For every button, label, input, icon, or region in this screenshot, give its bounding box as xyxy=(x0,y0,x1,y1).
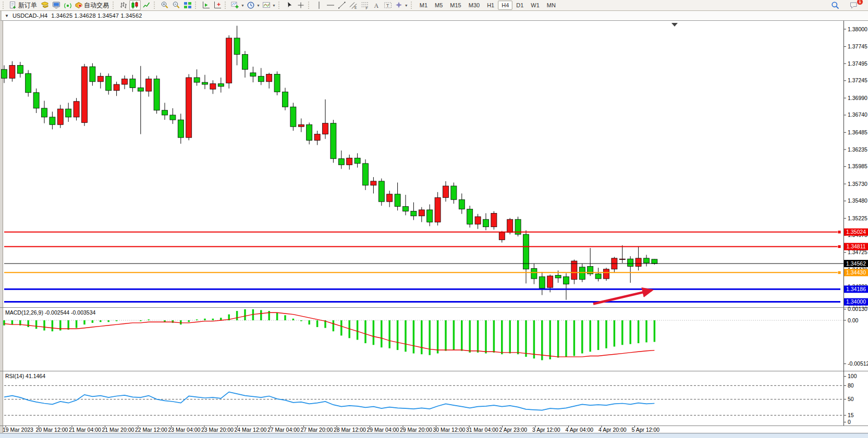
mt4-terminal: 新订单自动交易▼▼▼EFAT▼M1M5M15M30H1H4D1W1MN1 ▼ U… xyxy=(0,0,868,438)
candle-body xyxy=(491,213,497,227)
timeframe-m30-button[interactable]: M30 xyxy=(465,1,483,10)
notifications-button[interactable]: 1 xyxy=(848,0,860,10)
time-tick-label: 30 Mar 12:00 xyxy=(433,427,466,433)
chart-canvas[interactable]: MACD(12,26,9) -0.002544 -0.003534RSI(14)… xyxy=(0,21,868,433)
svg-text:T: T xyxy=(386,3,389,8)
candle-body xyxy=(564,277,569,284)
svg-text:A: A xyxy=(374,2,378,9)
chevron-down-icon[interactable]: ▼ xyxy=(241,4,244,7)
new-order-button[interactable]: 新订单 xyxy=(8,0,39,10)
candle-body xyxy=(378,181,384,202)
text-label-icon: T xyxy=(384,1,392,9)
price-badge-1.34811-text: 1.34811 xyxy=(846,243,865,249)
candle-body xyxy=(628,259,633,266)
arrows-button[interactable]: ▼ xyxy=(394,0,409,10)
price-tick-label: 1.37745 xyxy=(848,43,867,49)
candle-body xyxy=(499,232,505,240)
timeframe-w1-button[interactable]: W1 xyxy=(527,1,543,10)
equidistant-channel-button[interactable]: E xyxy=(348,0,359,10)
rsi-tick-label: 0 xyxy=(848,419,851,425)
candle-body xyxy=(338,159,344,165)
time-tick-label: 2 Apr 23:00 xyxy=(499,427,528,433)
candle-body xyxy=(242,54,248,69)
timeframe-h1-button[interactable]: H1 xyxy=(483,1,498,10)
search-button[interactable] xyxy=(829,0,841,10)
bar-chart-button[interactable] xyxy=(118,0,129,10)
price-tick-label: 1.35225 xyxy=(848,215,867,221)
rsi-label: RSI(14) 41.1464 xyxy=(5,373,45,379)
chevron-down-icon[interactable]: ▼ xyxy=(272,4,276,7)
chart-collapse-icon[interactable]: ▼ xyxy=(5,14,9,18)
chart-symbol-title: USDCAD-,H4 xyxy=(13,12,47,19)
candle-body xyxy=(97,76,103,81)
price-tick-label: 1.35730 xyxy=(848,181,867,187)
zoom-in-button[interactable] xyxy=(159,0,170,10)
chart-shift-button[interactable] xyxy=(212,0,223,10)
candle-body xyxy=(579,267,585,280)
auto-trading-button[interactable]: 自动交易 xyxy=(74,0,111,10)
candle-body xyxy=(411,211,417,216)
auto-trading-label: 自动交易 xyxy=(84,1,110,10)
toolbar-grip xyxy=(154,2,157,9)
price-tick-label: 1.36235 xyxy=(848,146,867,153)
chevron-down-icon[interactable]: ▼ xyxy=(405,4,408,7)
horizontal-line-button[interactable] xyxy=(325,0,336,10)
candle-body xyxy=(57,109,63,124)
candlestick-icon xyxy=(131,1,139,9)
terminal-button[interactable] xyxy=(51,0,62,10)
text-label-button[interactable]: T xyxy=(382,0,394,10)
line-chart-button[interactable] xyxy=(141,0,152,10)
candle-body xyxy=(9,65,15,78)
tile-windows-icon xyxy=(184,1,192,9)
candle-body xyxy=(186,78,192,137)
fibonacci-button[interactable]: F xyxy=(359,0,371,10)
cursor-button[interactable] xyxy=(284,0,295,10)
timeframe-mn-button[interactable]: MN xyxy=(543,1,559,10)
candle-body xyxy=(459,199,464,209)
candle-body xyxy=(507,219,513,232)
candlestick-button[interactable] xyxy=(129,0,141,10)
auto-scroll-button[interactable] xyxy=(200,0,212,10)
text-button[interactable]: A xyxy=(371,0,382,10)
templates-button[interactable]: ▼ xyxy=(261,0,277,10)
vertical-line-button[interactable] xyxy=(313,0,325,10)
candle-body xyxy=(467,209,473,224)
hline-end-marker[interactable] xyxy=(838,245,841,248)
chart-profile-button[interactable] xyxy=(39,0,51,10)
candle-body xyxy=(170,115,176,120)
chevron-down-icon[interactable]: ▼ xyxy=(256,4,260,7)
timeframe-h4-button[interactable]: H4 xyxy=(498,1,512,10)
svg-text:F: F xyxy=(365,6,368,10)
price-tick-label: 1.36990 xyxy=(848,95,867,101)
indicators-button[interactable]: ▼ xyxy=(230,0,246,10)
zoom-out-button[interactable] xyxy=(170,0,182,10)
status-strip xyxy=(0,433,868,438)
candle-body xyxy=(66,109,71,117)
current-price-badge-text: 1.34562 xyxy=(846,260,866,267)
trendline-button[interactable] xyxy=(336,0,348,10)
price-tick-label: 1.37245 xyxy=(848,77,867,83)
macd-tick-label: 0.00 xyxy=(848,317,859,323)
candle-body xyxy=(619,259,625,259)
candle-body xyxy=(354,158,360,163)
timeframe-d1-button[interactable]: D1 xyxy=(512,1,527,10)
signal-button[interactable] xyxy=(62,0,74,10)
candle-body xyxy=(266,74,272,81)
hline-end-marker[interactable] xyxy=(838,271,841,274)
line-chart-icon xyxy=(142,1,151,9)
hline-end-marker[interactable] xyxy=(838,231,841,234)
main-toolbar: 新订单自动交易▼▼▼EFAT▼M1M5M15M30H1H4D1W1MN1 xyxy=(0,0,868,11)
tile-windows-button[interactable] xyxy=(182,0,193,10)
time-tick-label: 24 Mar 12:00 xyxy=(235,427,267,433)
timeframe-m15-button[interactable]: M15 xyxy=(446,1,464,10)
candle-body xyxy=(50,117,55,124)
time-tick-label: 5 Apr 12:00 xyxy=(632,427,660,433)
horizontal-line-icon xyxy=(326,1,335,9)
timeframe-m5-button[interactable]: M5 xyxy=(431,1,446,10)
periods-button[interactable]: ▼ xyxy=(246,0,261,10)
price-tick-label: 1.36485 xyxy=(848,129,867,135)
macd-tick-label: 0.001307 xyxy=(848,306,868,312)
zoom-in-icon xyxy=(161,1,169,9)
crosshair-button[interactable] xyxy=(295,0,307,10)
timeframe-m1-button[interactable]: M1 xyxy=(416,1,431,10)
